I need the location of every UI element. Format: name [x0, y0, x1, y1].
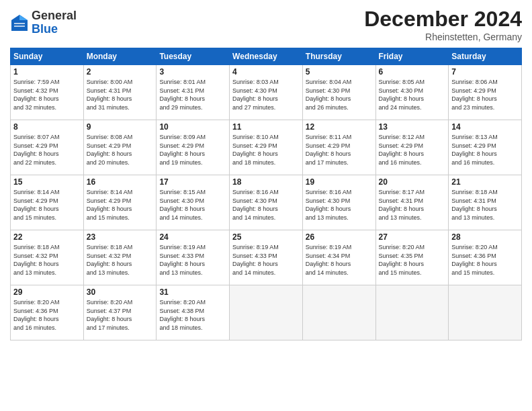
table-row: 16Sunrise: 8:14 AM Sunset: 4:29 PM Dayli… — [83, 175, 157, 230]
day-number: 8 — [13, 122, 81, 132]
table-row — [375, 285, 449, 340]
day-number: 7 — [451, 67, 519, 77]
day-info: Sunrise: 8:01 AM Sunset: 4:31 PM Dayligh… — [159, 78, 226, 111]
day-info: Sunrise: 8:20 AM Sunset: 4:36 PM Dayligh… — [451, 243, 519, 277]
svg-marker-1 — [19, 15, 28, 20]
table-row: 5Sunrise: 8:04 AM Sunset: 4:30 PM Daylig… — [302, 65, 375, 120]
table-row: 30Sunrise: 8:20 AM Sunset: 4:37 PM Dayli… — [83, 285, 157, 340]
table-row: 4Sunrise: 8:03 AM Sunset: 4:30 PM Daylig… — [230, 65, 303, 120]
day-number: 12 — [306, 122, 373, 132]
table-row: 8Sunrise: 8:07 AM Sunset: 4:29 PM Daylig… — [11, 120, 84, 175]
day-info: Sunrise: 8:19 AM Sunset: 4:34 PM Dayligh… — [306, 243, 373, 277]
day-number: 26 — [306, 232, 373, 242]
calendar-week-row: 29Sunrise: 8:20 AM Sunset: 4:36 PM Dayli… — [11, 285, 522, 340]
table-row: 9Sunrise: 8:08 AM Sunset: 4:29 PM Daylig… — [83, 120, 157, 175]
calendar: Sunday Monday Tuesday Wednesday Thursday… — [10, 48, 522, 340]
day-info: Sunrise: 8:18 AM Sunset: 4:32 PM Dayligh… — [87, 243, 154, 277]
calendar-header-row: Sunday Monday Tuesday Wednesday Thursday… — [11, 48, 522, 65]
day-number: 25 — [232, 232, 300, 242]
day-number: 13 — [379, 122, 446, 132]
header-saturday: Saturday — [449, 48, 522, 65]
logo-text: GeneralBlue — [32, 9, 77, 36]
page: GeneralBlue December 2024 Rheinstetten, … — [0, 0, 532, 411]
day-info: Sunrise: 8:14 AM Sunset: 4:29 PM Dayligh… — [87, 188, 154, 222]
calendar-week-row: 15Sunrise: 8:14 AM Sunset: 4:29 PM Dayli… — [11, 175, 522, 230]
day-number: 5 — [306, 67, 373, 77]
day-info: Sunrise: 8:12 AM Sunset: 4:29 PM Dayligh… — [379, 133, 446, 167]
day-info: Sunrise: 8:18 AM Sunset: 4:32 PM Dayligh… — [13, 243, 81, 277]
day-info: Sunrise: 8:03 AM Sunset: 4:30 PM Dayligh… — [232, 78, 300, 111]
day-number: 22 — [13, 232, 81, 242]
header-wednesday: Wednesday — [230, 48, 303, 65]
table-row — [302, 285, 375, 340]
table-row: 27Sunrise: 8:20 AM Sunset: 4:35 PM Dayli… — [375, 230, 449, 285]
svg-rect-3 — [14, 26, 25, 27]
table-row: 17Sunrise: 8:15 AM Sunset: 4:30 PM Dayli… — [157, 175, 230, 230]
table-row: 3Sunrise: 8:01 AM Sunset: 4:31 PM Daylig… — [157, 65, 230, 120]
header-thursday: Thursday — [302, 48, 375, 65]
table-row: 25Sunrise: 8:19 AM Sunset: 4:33 PM Dayli… — [230, 230, 303, 285]
day-number: 2 — [87, 67, 154, 77]
header-monday: Monday — [83, 48, 157, 65]
day-info: Sunrise: 8:19 AM Sunset: 4:33 PM Dayligh… — [232, 243, 300, 277]
day-info: Sunrise: 8:20 AM Sunset: 4:36 PM Dayligh… — [13, 298, 81, 332]
day-number: 24 — [159, 232, 226, 242]
table-row: 28Sunrise: 8:20 AM Sunset: 4:36 PM Dayli… — [449, 230, 522, 285]
logo-icon — [10, 13, 29, 32]
table-row: 2Sunrise: 8:00 AM Sunset: 4:31 PM Daylig… — [83, 65, 157, 120]
calendar-week-row: 22Sunrise: 8:18 AM Sunset: 4:32 PM Dayli… — [11, 230, 522, 285]
day-info: Sunrise: 8:16 AM Sunset: 4:30 PM Dayligh… — [306, 188, 373, 222]
day-number: 21 — [451, 177, 519, 187]
table-row: 11Sunrise: 8:10 AM Sunset: 4:29 PM Dayli… — [230, 120, 303, 175]
table-row: 22Sunrise: 8:18 AM Sunset: 4:32 PM Dayli… — [11, 230, 84, 285]
day-info: Sunrise: 8:15 AM Sunset: 4:30 PM Dayligh… — [159, 188, 226, 222]
day-info: Sunrise: 8:09 AM Sunset: 4:29 PM Dayligh… — [159, 133, 226, 167]
day-number: 17 — [159, 177, 226, 187]
table-row: 1Sunrise: 7:59 AM Sunset: 4:32 PM Daylig… — [11, 65, 84, 120]
table-row: 18Sunrise: 8:16 AM Sunset: 4:30 PM Dayli… — [230, 175, 303, 230]
day-number: 31 — [159, 287, 226, 297]
day-info: Sunrise: 8:10 AM Sunset: 4:29 PM Dayligh… — [232, 133, 300, 167]
day-info: Sunrise: 8:20 AM Sunset: 4:38 PM Dayligh… — [159, 298, 226, 332]
header-tuesday: Tuesday — [157, 48, 230, 65]
day-number: 18 — [232, 177, 300, 187]
table-row: 31Sunrise: 8:20 AM Sunset: 4:38 PM Dayli… — [157, 285, 230, 340]
day-info: Sunrise: 8:13 AM Sunset: 4:29 PM Dayligh… — [451, 133, 519, 167]
table-row — [449, 285, 522, 340]
day-number: 28 — [451, 232, 519, 242]
table-row: 26Sunrise: 8:19 AM Sunset: 4:34 PM Dayli… — [302, 230, 375, 285]
day-number: 27 — [379, 232, 446, 242]
table-row: 14Sunrise: 8:13 AM Sunset: 4:29 PM Dayli… — [449, 120, 522, 175]
day-info: Sunrise: 8:08 AM Sunset: 4:29 PM Dayligh… — [87, 133, 154, 167]
header-friday: Friday — [375, 48, 449, 65]
table-row: 12Sunrise: 8:11 AM Sunset: 4:29 PM Dayli… — [302, 120, 375, 175]
table-row — [230, 285, 303, 340]
day-number: 9 — [87, 122, 154, 132]
day-info: Sunrise: 8:04 AM Sunset: 4:30 PM Dayligh… — [306, 78, 373, 111]
day-info: Sunrise: 8:14 AM Sunset: 4:29 PM Dayligh… — [13, 188, 81, 222]
day-info: Sunrise: 7:59 AM Sunset: 4:32 PM Dayligh… — [13, 78, 81, 111]
day-number: 29 — [13, 287, 81, 297]
calendar-week-row: 1Sunrise: 7:59 AM Sunset: 4:32 PM Daylig… — [11, 65, 522, 120]
day-number: 15 — [13, 177, 81, 187]
day-number: 11 — [232, 122, 300, 132]
table-row: 15Sunrise: 8:14 AM Sunset: 4:29 PM Dayli… — [11, 175, 84, 230]
month-title: December 2024 — [364, 7, 522, 32]
svg-rect-2 — [14, 23, 25, 24]
day-number: 3 — [159, 67, 226, 77]
location: Rheinstetten, Germany — [364, 32, 522, 42]
day-info: Sunrise: 8:20 AM Sunset: 4:35 PM Dayligh… — [379, 243, 446, 277]
day-info: Sunrise: 8:20 AM Sunset: 4:37 PM Dayligh… — [87, 298, 154, 332]
title-section: December 2024 Rheinstetten, Germany — [364, 7, 522, 42]
day-info: Sunrise: 8:06 AM Sunset: 4:29 PM Dayligh… — [451, 78, 519, 111]
header-sunday: Sunday — [11, 48, 84, 65]
day-number: 16 — [87, 177, 154, 187]
header: GeneralBlue December 2024 Rheinstetten, … — [10, 7, 522, 42]
table-row: 6Sunrise: 8:05 AM Sunset: 4:30 PM Daylig… — [375, 65, 449, 120]
table-row: 24Sunrise: 8:19 AM Sunset: 4:33 PM Dayli… — [157, 230, 230, 285]
day-number: 6 — [379, 67, 446, 77]
day-number: 23 — [87, 232, 154, 242]
day-info: Sunrise: 8:17 AM Sunset: 4:31 PM Dayligh… — [379, 188, 446, 222]
day-number: 4 — [232, 67, 300, 77]
table-row: 10Sunrise: 8:09 AM Sunset: 4:29 PM Dayli… — [157, 120, 230, 175]
